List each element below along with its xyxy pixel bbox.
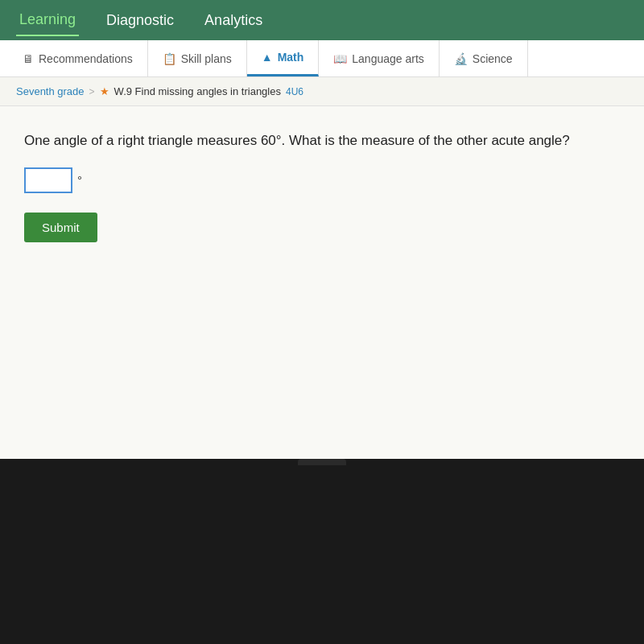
breadcrumb-grade[interactable]: Seventh grade	[16, 85, 85, 97]
laptop-notch	[298, 459, 346, 465]
star-icon: ★	[100, 85, 109, 97]
breadcrumb-separator: >	[89, 86, 95, 97]
laptop-bezel	[0, 459, 644, 473]
tab-recommendations-label: Recommendations	[39, 52, 133, 65]
math-icon: ▲	[262, 51, 273, 64]
tab-recommendations[interactable]: 🖥 Recommendations	[8, 40, 148, 76]
breadcrumb: Seventh grade > ★ W.9 Find missing angle…	[0, 77, 644, 106]
tab-skill-plans-label: Skill plans	[181, 52, 232, 65]
breadcrumb-code: 4U6	[286, 86, 303, 97]
tab-language-arts-label: Language arts	[352, 52, 424, 65]
tabs-bar: 🖥 Recommendations 📋 Skill plans ▲ Math 📖…	[0, 40, 644, 77]
nav-diagnostic[interactable]: Diagnostic	[103, 6, 177, 35]
skill-plans-icon: 📋	[163, 52, 176, 65]
tab-math[interactable]: ▲ Math	[247, 40, 320, 76]
degree-symbol: °	[77, 173, 82, 187]
tab-math-label: Math	[278, 51, 304, 64]
nav-learning[interactable]: Learning	[16, 5, 79, 36]
tab-skill-plans[interactable]: 📋 Skill plans	[148, 40, 247, 76]
tab-science-label: Science	[473, 52, 513, 65]
recommendations-icon: 🖥	[23, 52, 34, 65]
science-icon: 🔬	[454, 52, 468, 65]
top-nav: Learning Diagnostic Analytics	[0, 0, 644, 40]
tab-science[interactable]: 🔬 Science	[440, 40, 528, 76]
answer-row: °	[24, 167, 620, 193]
question-text: One angle of a right triangle measures 6…	[24, 130, 620, 151]
submit-button[interactable]: Submit	[24, 213, 97, 242]
answer-input[interactable]	[24, 167, 72, 193]
language-arts-icon: 📖	[333, 52, 347, 65]
breadcrumb-skill: W.9 Find missing angles in triangles	[114, 85, 281, 97]
main-content: One angle of a right triangle measures 6…	[0, 106, 644, 459]
tab-language-arts[interactable]: 📖 Language arts	[319, 40, 440, 76]
nav-analytics[interactable]: Analytics	[201, 6, 266, 35]
